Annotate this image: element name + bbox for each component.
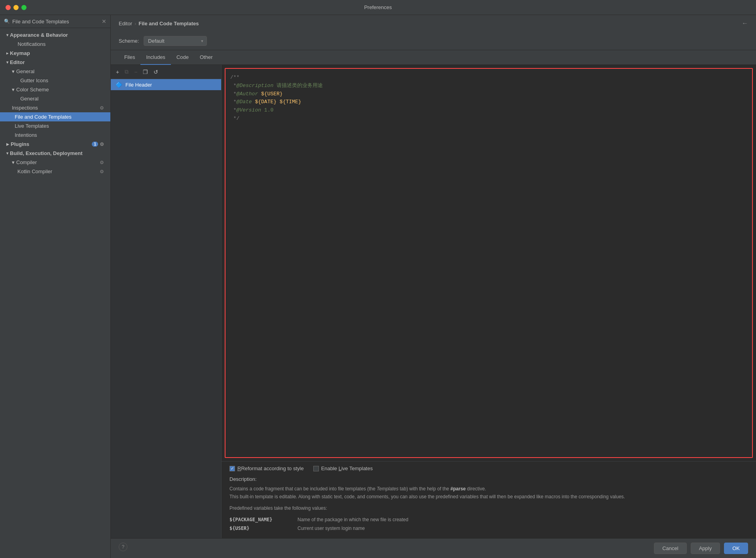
settings-icon: ⚙ bbox=[100, 142, 104, 147]
sidebar-item-inspections[interactable]: Inspections ⚙ bbox=[0, 103, 110, 112]
settings-icon: ⚙ bbox=[100, 160, 104, 165]
scheme-label: Scheme: bbox=[119, 38, 139, 44]
tab-includes[interactable]: Includes bbox=[140, 50, 171, 65]
sidebar-item-plugins[interactable]: ▸ Plugins 1 ⚙ bbox=[0, 140, 110, 149]
settings-icon: ⚙ bbox=[100, 169, 104, 174]
breadcrumb-separator: › bbox=[135, 21, 136, 26]
code-line: /** bbox=[230, 74, 747, 82]
dialog-footer: ? Cancel Apply OK bbox=[111, 538, 756, 558]
close-button[interactable] bbox=[6, 5, 11, 10]
add-button[interactable]: + bbox=[114, 68, 121, 76]
traffic-lights bbox=[6, 5, 27, 10]
reformat-checkbox[interactable]: ✓ RReformat according to style bbox=[229, 465, 304, 471]
cancel-button[interactable]: Cancel bbox=[654, 543, 686, 554]
chevron-right-icon: ▸ bbox=[6, 51, 8, 55]
code-line: *@Author ${USER} bbox=[230, 90, 747, 98]
ok-button[interactable]: OK bbox=[724, 543, 748, 554]
code-line: *@Date ${DATE} ${TIME} bbox=[230, 98, 747, 106]
checkboxes-row: ✓ RReformat according to style Enable Li… bbox=[229, 465, 748, 471]
scheme-select[interactable]: Default bbox=[144, 36, 207, 46]
file-list-pane: + ⧉ − ❐ ↺ 🔷 File Header bbox=[111, 65, 222, 538]
code-line: *@Version 1.0 bbox=[230, 106, 747, 115]
description-section: Description: Contains a code fragment th… bbox=[229, 476, 748, 531]
main-layout: 🔍 ✕ ▾ Appearance & Behavior Notification… bbox=[0, 15, 756, 558]
maximize-button[interactable] bbox=[21, 5, 27, 10]
search-input[interactable] bbox=[12, 19, 99, 25]
apply-button[interactable]: Apply bbox=[691, 543, 720, 554]
code-editor[interactable]: /** *@Description 请描述类的业务用途 *@Author ${U… bbox=[225, 68, 753, 458]
breadcrumb: Editor › File and Code Templates bbox=[119, 21, 199, 26]
settings-icon: ⚙ bbox=[100, 105, 104, 111]
file-icon: 🔷 bbox=[116, 81, 122, 88]
sidebar-content: ▾ Appearance & Behavior Notifications ▸ … bbox=[0, 28, 110, 558]
duplicate-button[interactable]: ❐ bbox=[141, 68, 150, 76]
variables-table: ${PACKAGE_NAME} Name of the package in w… bbox=[229, 517, 748, 531]
content-header: Editor › File and Code Templates ← bbox=[111, 15, 756, 32]
sidebar-item-compiler[interactable]: ▾ Compiler ⚙ bbox=[0, 158, 110, 167]
reformat-checkbox-box[interactable]: ✓ bbox=[229, 466, 235, 471]
sidebar-item-editor[interactable]: ▾ Editor bbox=[0, 58, 110, 67]
code-line: */ bbox=[230, 115, 747, 123]
window-title: Preferences bbox=[364, 4, 392, 10]
copy-button[interactable]: ⧉ bbox=[123, 67, 131, 76]
chevron-down-icon: ▾ bbox=[6, 60, 8, 64]
reset-button[interactable]: ↺ bbox=[152, 68, 160, 76]
chevron-down-icon: ▾ bbox=[6, 33, 8, 37]
description-text-variables: Predefined variables take the following … bbox=[229, 505, 748, 512]
sidebar-item-gutter-icons[interactable]: Gutter Icons bbox=[0, 76, 110, 85]
tabs-row: Files Includes Code Other bbox=[111, 50, 756, 65]
file-list-toolbar: + ⧉ − ❐ ↺ bbox=[111, 65, 221, 79]
help-button[interactable]: ? bbox=[119, 543, 127, 551]
description-text-1: Contains a code fragment that can be inc… bbox=[229, 485, 748, 500]
sidebar-item-general[interactable]: ▾ General bbox=[0, 67, 110, 76]
sidebar-item-live-templates[interactable]: Live Templates bbox=[0, 121, 110, 131]
live-templates-checkbox[interactable]: Enable Live Templates bbox=[313, 465, 373, 471]
content-area: Editor › File and Code Templates ← Schem… bbox=[111, 15, 756, 558]
search-icon: 🔍 bbox=[4, 19, 10, 24]
remove-button[interactable]: − bbox=[132, 68, 139, 76]
sidebar-item-kotlin-compiler[interactable]: Kotlin Compiler ⚙ bbox=[0, 167, 110, 176]
sidebar: 🔍 ✕ ▾ Appearance & Behavior Notification… bbox=[0, 15, 111, 558]
code-line: *@Description 请描述类的业务用途 bbox=[230, 82, 747, 90]
bottom-area: ✓ RReformat according to style Enable Li… bbox=[222, 461, 756, 538]
sidebar-item-intentions[interactable]: Intentions bbox=[0, 131, 110, 140]
search-clear-icon[interactable]: ✕ bbox=[102, 18, 106, 25]
chevron-down-icon: ▾ bbox=[6, 151, 8, 155]
live-templates-checkbox-box[interactable] bbox=[313, 466, 319, 471]
live-templates-label: Enable Live Templates bbox=[321, 465, 373, 471]
split-pane: + ⧉ − ❐ ↺ 🔷 File Header /** bbox=[111, 65, 756, 538]
description-title: Description: bbox=[229, 476, 748, 482]
var-row-user: ${USER} Current user system login name bbox=[229, 526, 748, 531]
tab-other[interactable]: Other bbox=[194, 50, 218, 65]
scheme-select-wrap: Default bbox=[144, 36, 207, 46]
sidebar-item-build-execution-deployment[interactable]: ▾ Build, Execution, Deployment bbox=[0, 149, 110, 158]
var-row-package: ${PACKAGE_NAME} Name of the package in w… bbox=[229, 517, 748, 522]
tab-files[interactable]: Files bbox=[119, 50, 140, 65]
reformat-label: RReformat according to style bbox=[237, 465, 304, 471]
indent bbox=[12, 41, 17, 47]
sidebar-item-file-and-code-templates[interactable]: File and Code Templates bbox=[0, 112, 110, 121]
sidebar-item-notifications[interactable]: Notifications bbox=[0, 40, 110, 49]
title-bar: Preferences bbox=[0, 0, 756, 15]
minimize-button[interactable] bbox=[13, 5, 19, 10]
breadcrumb-page: File and Code Templates bbox=[138, 21, 199, 26]
tab-code[interactable]: Code bbox=[171, 50, 194, 65]
scheme-row: Scheme: Default bbox=[111, 32, 756, 50]
sidebar-item-color-scheme-general[interactable]: General bbox=[0, 94, 110, 103]
sidebar-item-appearance-behavior[interactable]: ▾ Appearance & Behavior bbox=[0, 30, 110, 40]
search-bar: 🔍 ✕ bbox=[0, 15, 110, 28]
breadcrumb-section: Editor bbox=[119, 21, 132, 26]
file-list-item-file-header[interactable]: 🔷 File Header bbox=[111, 79, 221, 90]
code-pane: /** *@Description 请描述类的业务用途 *@Author ${U… bbox=[222, 65, 756, 538]
sidebar-item-color-scheme[interactable]: ▾ Color Scheme bbox=[0, 85, 110, 94]
plugins-badge: 1 bbox=[92, 142, 98, 147]
sidebar-item-keymap[interactable]: ▸ Keymap bbox=[0, 49, 110, 58]
back-arrow-icon[interactable]: ← bbox=[742, 20, 748, 27]
file-list: 🔷 File Header bbox=[111, 79, 221, 538]
